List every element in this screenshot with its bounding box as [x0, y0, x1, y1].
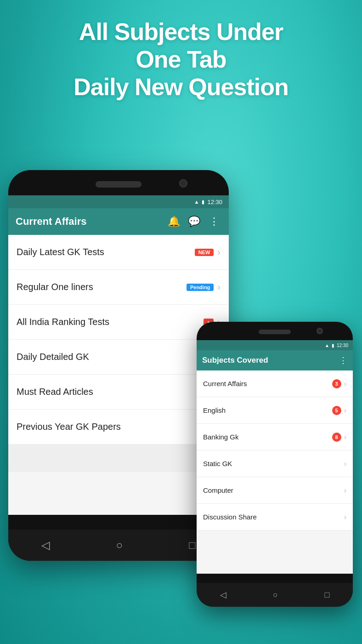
status-bar-big: ▲ ▮ 12:30: [8, 195, 229, 208]
signal-icon-sm: ▲: [325, 343, 329, 348]
menu-list-big: Daily Latest GK Tests NEW › Regular One …: [8, 235, 229, 472]
battery-icon-sm: ▮: [332, 343, 334, 348]
menu-item-label-3: Daily Detailed GK: [17, 352, 217, 362]
phone-small-camera: [317, 328, 323, 334]
sm-menu-item-1[interactable]: English 5 ›: [197, 397, 353, 424]
headline-line2: One Tab: [0, 46, 362, 74]
badge-circle-1: 5: [332, 406, 341, 415]
app-bar-title-small: Subjects Covered: [202, 356, 334, 365]
menu-icon-sm[interactable]: ⋮: [339, 355, 347, 365]
badge-pending-1: Pending: [187, 284, 214, 291]
chevron-0: ›: [217, 247, 221, 257]
nav-bar-big: ◁ ○ □: [8, 530, 229, 561]
battery-icon: ▮: [202, 199, 204, 205]
back-nav-icon[interactable]: ◁: [41, 539, 50, 552]
sm-menu-item-4[interactable]: Computer ›: [197, 477, 353, 504]
badge-circle-0: 3: [332, 379, 341, 388]
nav-bar-small: ◁ ○ □: [197, 583, 353, 607]
menu-item-3[interactable]: Daily Detailed GK ›: [8, 340, 229, 375]
sm-chevron-3: ›: [344, 460, 346, 468]
time-big: 12:30: [207, 199, 222, 205]
sm-menu-label-0: Current Affairs: [203, 380, 332, 388]
badge-circle-2: 8: [332, 433, 341, 442]
headline-line3: Daily New Question: [0, 74, 362, 101]
chevron-1: ›: [217, 282, 221, 292]
menu-item-label-2: All India Ranking Tests: [17, 317, 204, 327]
phone-big-screen: ▲ ▮ 12:30 Current Affairs 🔔 💬 ⋮ Daily La…: [8, 195, 229, 515]
phone-small-screen: ▲ ▮ 12:30 Subjects Covered ⋮ Current Aff…: [197, 340, 353, 574]
app-bar-title-big: Current Affairs: [16, 216, 161, 228]
phone-big: ▲ ▮ 12:30 Current Affairs 🔔 💬 ⋮ Daily La…: [8, 170, 229, 561]
menu-item-label-4: Must Read Articles: [17, 387, 217, 397]
sm-menu-label-2: Banking Gk: [203, 433, 332, 441]
phone-big-speaker: [96, 181, 141, 188]
badge-new-0: NEW: [195, 249, 214, 256]
sm-menu-label-3: Static GK: [203, 460, 344, 467]
sm-menu-item-3[interactable]: Static GK ›: [197, 450, 353, 477]
menu-item-1[interactable]: Regular One liners Pending ›: [8, 270, 229, 305]
sm-chevron-2: ›: [344, 433, 346, 441]
sm-menu-item-5[interactable]: Discussion Share ›: [197, 504, 353, 530]
sm-menu-item-2[interactable]: Banking Gk 8 ›: [197, 424, 353, 450]
gray-area: [8, 445, 229, 472]
home-nav-icon-sm[interactable]: ○: [273, 590, 278, 600]
menu-item-0[interactable]: Daily Latest GK Tests NEW ›: [8, 235, 229, 270]
sm-menu-item-0[interactable]: Current Affairs 3 ›: [197, 370, 353, 397]
menu-list-small: Current Affairs 3 › English 5 › Banking …: [197, 370, 353, 530]
phone-big-camera: [179, 179, 187, 188]
sm-chevron-0: ›: [344, 380, 346, 388]
sm-menu-label-4: Computer: [203, 486, 344, 494]
app-bar-big: Current Affairs 🔔 💬 ⋮: [8, 208, 229, 235]
menu-item-4[interactable]: Must Read Articles ›: [8, 375, 229, 410]
sm-chevron-1: ›: [344, 406, 346, 415]
menu-item-2[interactable]: All India Ranking Tests ● ›: [8, 305, 229, 340]
menu-item-label-1: Regular One liners: [17, 282, 187, 292]
signal-icon: ▲: [194, 199, 199, 205]
time-small: 12:30: [337, 343, 348, 348]
headline: All Subjects Under One Tab Daily New Que…: [0, 18, 362, 101]
app-bar-small: Subjects Covered ⋮: [197, 350, 353, 370]
headline-line1: All Subjects Under: [0, 18, 362, 46]
phone-small: ▲ ▮ 12:30 Subjects Covered ⋮ Current Aff…: [197, 322, 353, 607]
recents-nav-icon[interactable]: □: [189, 539, 196, 552]
menu-icon[interactable]: ⋮: [207, 216, 221, 228]
phone-small-speaker: [259, 330, 291, 334]
sm-menu-label-5: Discussion Share: [203, 513, 344, 521]
menu-item-5[interactable]: Previous Year GK Papers ›: [8, 410, 229, 445]
back-nav-icon-sm[interactable]: ◁: [220, 590, 226, 600]
bell-icon[interactable]: 🔔: [166, 216, 181, 228]
chat-icon[interactable]: 💬: [187, 216, 201, 228]
recents-nav-icon-sm[interactable]: □: [324, 590, 329, 600]
sm-menu-label-1: English: [203, 406, 332, 414]
status-bar-small: ▲ ▮ 12:30: [197, 340, 353, 350]
home-nav-icon[interactable]: ○: [116, 539, 123, 552]
menu-item-label-0: Daily Latest GK Tests: [17, 247, 195, 257]
sm-chevron-4: ›: [344, 486, 346, 495]
sm-chevron-5: ›: [344, 513, 346, 521]
menu-item-label-5: Previous Year GK Papers: [17, 422, 217, 432]
